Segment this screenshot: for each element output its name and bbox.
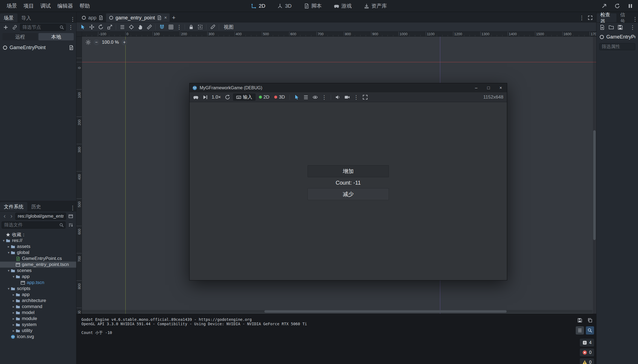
menu-scene[interactable]: 场景 — [3, 0, 20, 12]
zoom-out-button[interactable]: − — [93, 39, 99, 45]
selection-list-button[interactable] — [302, 94, 310, 101]
tab-import[interactable]: 导入 — [17, 13, 35, 22]
tab-inspector[interactable]: 检查器 — [596, 13, 616, 22]
script-icon[interactable] — [157, 15, 162, 20]
file-tree-item[interactable]: ▸module — [0, 316, 76, 322]
load-resource-button[interactable] — [607, 23, 615, 31]
messages-filter-button[interactable]: 4 — [580, 339, 594, 347]
skeleton-options-button[interactable] — [208, 23, 217, 31]
game-window-titlebar[interactable]: MyGFrameworkGame (DEBUG) – □ × — [190, 83, 507, 92]
scene-tree-item[interactable]: GameEntryPoint — [0, 44, 76, 51]
forward-icon[interactable]: › — [8, 213, 14, 220]
menu-editor[interactable]: 编辑器 — [54, 0, 76, 12]
select-node-tool-button[interactable] — [293, 94, 300, 101]
h-scrollbar-thumb[interactable] — [264, 310, 507, 313]
sun-icon[interactable] — [85, 40, 91, 45]
view-menu-button[interactable]: 视图 — [221, 23, 236, 31]
camera-options-menu-icon[interactable]: ⋮ — [353, 94, 360, 100]
tab-node[interactable]: 信号 — [616, 13, 632, 22]
vertical-ruler[interactable]: 0100200300400500600700800900 — [76, 37, 82, 314]
tree-expand-icon[interactable]: ▸ — [11, 299, 16, 303]
decrease-button[interactable]: 减少 — [308, 188, 389, 200]
file-tree-item[interactable]: icon.svg — [0, 334, 76, 340]
warnings-filter-button[interactable]: 0 — [580, 358, 594, 364]
select-tool-button[interactable] — [78, 23, 87, 31]
local-button[interactable]: 本地 — [39, 33, 74, 40]
debug-3d-button[interactable]: 3D — [273, 94, 286, 100]
pause-button[interactable] — [626, 2, 635, 10]
embed-fullscreen-button[interactable] — [361, 94, 369, 101]
fs-dock-menu-icon[interactable]: ⋮ — [69, 205, 76, 211]
increase-button[interactable]: 增加 — [308, 165, 389, 177]
filter-nodes-input[interactable] — [20, 24, 66, 31]
play-button[interactable] — [600, 2, 609, 10]
scale-tool-button[interactable] — [105, 23, 114, 31]
debug-2d-button[interactable]: 2D — [257, 94, 271, 100]
mute-audio-button[interactable] — [334, 94, 342, 101]
zoom-level[interactable]: 100.0 % — [102, 40, 119, 45]
tree-expand-icon[interactable]: ▾ — [7, 269, 11, 273]
tree-expand-icon[interactable]: ▸ — [11, 311, 16, 315]
workspace-3d-button[interactable]: 3D — [275, 1, 294, 11]
search-output-button[interactable] — [586, 326, 594, 335]
new-resource-button[interactable] — [598, 23, 606, 31]
close-tab-icon[interactable]: × — [164, 15, 167, 20]
file-tree-item[interactable]: ▾app — [0, 274, 76, 280]
file-tree-item[interactable]: ▸model — [0, 310, 76, 316]
save-output-button[interactable] — [576, 316, 584, 324]
zoom-in-button[interactable]: + — [121, 39, 127, 45]
tab-scene[interactable]: 场景 — [0, 13, 17, 22]
file-tree-item[interactable]: ▸app — [0, 292, 76, 298]
horizontal-ruler[interactable]: -100010020030040050060070080090010001100… — [82, 32, 596, 37]
lock-node-button[interactable] — [187, 23, 195, 31]
rotate-tool-button[interactable] — [96, 23, 105, 31]
toggle-split-icon[interactable] — [67, 212, 75, 220]
tree-expand-icon[interactable]: ▸ — [11, 323, 16, 327]
file-tree-item[interactable]: ▾scenes — [0, 268, 76, 274]
file-tree-item[interactable]: GameEntryPoint.cs — [0, 256, 76, 262]
errors-filter-button[interactable]: 0 — [580, 348, 594, 356]
scene-tab-app[interactable]: app — [79, 13, 106, 22]
copy-output-button[interactable] — [586, 316, 594, 324]
file-tree-item[interactable]: ▾scripts — [0, 286, 76, 292]
select-list-button[interactable] — [118, 23, 126, 31]
input-mode-button[interactable]: 输入 — [233, 93, 256, 101]
file-tree-item[interactable]: ▾global — [0, 250, 76, 256]
file-tree-item[interactable]: ▸architecture — [0, 298, 76, 304]
new-scene-tab-button[interactable]: + — [170, 13, 178, 22]
tab-history[interactable]: 历史 — [27, 202, 45, 211]
ruler-tool-button[interactable] — [145, 23, 153, 31]
file-tree-item[interactable]: 收藏： — [0, 232, 76, 238]
filter-files-input[interactable] — [2, 221, 66, 229]
remote-button[interactable]: 远程 — [2, 33, 38, 40]
maximize-button[interactable]: □ — [482, 83, 495, 92]
workspace-assetlib-button[interactable]: 资产库 — [362, 1, 389, 11]
scene-tab-game-entry-point[interactable]: game_entry_point × — [106, 13, 170, 22]
grid-snap-button[interactable] — [167, 23, 175, 31]
tab-list-menu-icon[interactable]: ⋮ — [578, 14, 585, 21]
move-tool-button[interactable] — [87, 23, 96, 31]
pivot-tool-button[interactable] — [127, 23, 135, 31]
save-resource-button[interactable] — [616, 23, 624, 31]
selection-options-menu-icon[interactable]: ⋮ — [321, 94, 328, 100]
tab-filesystem[interactable]: 文件系统 — [0, 202, 27, 211]
script-icon[interactable] — [69, 45, 74, 50]
snap-options-menu-icon[interactable]: ⋮ — [176, 24, 183, 30]
workspace-game-button[interactable]: 游戏 — [332, 1, 354, 11]
file-tree-item[interactable]: ▸system — [0, 322, 76, 328]
menu-project[interactable]: 项目 — [20, 0, 37, 12]
expand-viewport-icon[interactable] — [586, 14, 594, 22]
inspector-dock-menu-icon[interactable]: ⋮ — [632, 16, 638, 22]
restart-button[interactable] — [613, 2, 622, 10]
scene-menu-icon[interactable]: ⋮ — [67, 24, 74, 31]
file-tree-item[interactable]: ▸assets — [0, 244, 76, 250]
tree-expand-icon[interactable]: ▾ — [11, 275, 16, 279]
minimize-button[interactable]: – — [470, 83, 482, 92]
tree-expand-icon[interactable]: ▾ — [7, 251, 11, 254]
menu-help[interactable]: 帮助 — [76, 0, 93, 12]
workspace-2d-button[interactable]: 2D — [249, 1, 267, 11]
inspector-menu-icon[interactable]: ⋮ — [629, 24, 636, 31]
collapse-output-button[interactable] — [576, 326, 584, 335]
tree-expand-icon[interactable]: ▸ — [11, 317, 16, 321]
instance-scene-button[interactable] — [11, 23, 19, 31]
